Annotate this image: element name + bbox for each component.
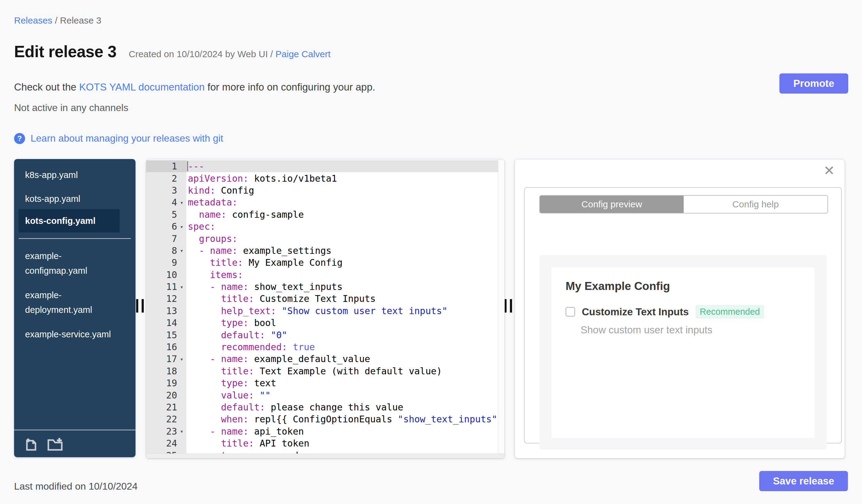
code-line-text: title: Customize Text Inputs — [186, 293, 505, 305]
code-line-text: - name: example_settings — [186, 245, 505, 256]
line-number: 8▾ — [146, 245, 186, 256]
editor-line: 24▾ title: API token — [146, 437, 505, 449]
yaml-code-editor[interactable]: 1▾---2▾apiVersion: kots.io/v1beta13▾kind… — [146, 159, 505, 459]
breadcrumb: Releases / Release 3 — [14, 15, 101, 26]
add-file-icon — [23, 436, 39, 452]
created-text: Created on 10/10/2024 by Web UI / Paige … — [129, 49, 331, 59]
channel-status: Not active in any channels — [14, 102, 129, 114]
tab-config-help[interactable]: Config help — [684, 196, 827, 213]
code-line-text: value: "" — [186, 389, 505, 401]
fold-arrow-icon[interactable]: ▾ — [177, 223, 186, 230]
code-line-text: kind: Config — [186, 184, 505, 196]
line-number: 19▾ — [146, 377, 186, 389]
line-number: 17▾ — [146, 353, 186, 365]
sidebar-divider — [19, 238, 131, 239]
editor-line: 7▾ groups: — [146, 233, 505, 244]
editor-line: 15▾ default: "0" — [146, 329, 505, 341]
fold-arrow-icon[interactable]: ▾ — [177, 247, 186, 254]
line-number: 1▾ — [146, 160, 186, 172]
line-number: 18▾ — [146, 365, 186, 377]
editor-line: 13▾ help_text: "Show custom user text in… — [146, 305, 505, 317]
code-line-text: - name: example_default_value — [186, 353, 505, 365]
config-item-label: Customize Text Inputs — [582, 306, 689, 318]
add-folder-button[interactable] — [47, 436, 64, 452]
code-line-text: metadata: — [186, 196, 505, 208]
line-number: 20▾ — [146, 389, 186, 401]
preview-panel: Config preview Config help My Example Co… — [524, 187, 842, 443]
line-number: 6▾ — [146, 221, 186, 233]
code-line-text: when: repl{{ ConfigOptionEquals "show_te… — [186, 413, 505, 425]
line-number: 21▾ — [146, 401, 186, 413]
editor-line: 21▾ default: please change this value — [146, 401, 505, 413]
file-tree-sidebar: k8s-app.yamlkots-app.yamlkots-config.yam… — [14, 159, 135, 457]
editor-line: 2▾apiVersion: kots.io/v1beta1 — [146, 172, 505, 184]
code-line-text: - name: api_token — [186, 425, 505, 437]
sidebar-item-k8s-app-yaml[interactable]: k8s-app.yaml — [14, 168, 120, 182]
line-number: 4▾ — [146, 196, 186, 208]
editor-line: 8▾ - name: example_settings — [146, 245, 505, 256]
line-number: 24▾ — [146, 437, 186, 449]
code-line-text: apiVersion: kots.io/v1beta1 — [186, 172, 505, 184]
line-number: 2▾ — [146, 172, 186, 184]
code-line-text: --- — [186, 160, 505, 172]
editor-line: 17▾ - name: example_default_value — [146, 353, 505, 365]
sidebar-item-kots-config-yaml[interactable]: kots-config.yaml — [19, 209, 120, 233]
sidebar-item-example-configmap-yaml[interactable]: example-configmap.yaml — [14, 249, 120, 278]
page-title: Edit release 3 — [14, 42, 117, 61]
breadcrumb-separator: / — [52, 15, 60, 25]
question-circle-icon: ? — [14, 133, 25, 144]
kots-docs-link[interactable]: KOTS YAML documentation — [79, 81, 205, 93]
tab-config-preview[interactable]: Config preview — [540, 196, 684, 213]
customize-text-inputs-checkbox[interactable] — [565, 307, 575, 317]
editor-line: 10▾ items: — [146, 269, 505, 281]
preview-config-card: My Example Config Customize Text Inputs … — [551, 268, 814, 438]
editor-vertical-scrollbar[interactable] — [498, 159, 505, 454]
promote-button[interactable]: Promote — [780, 74, 848, 94]
save-release-button[interactable]: Save release — [759, 471, 848, 491]
code-line-text: default: "0" — [186, 329, 505, 341]
created-prefix: Created on 10/10/2024 by Web UI / — [129, 49, 276, 59]
line-number: 9▾ — [146, 256, 186, 268]
sidebar-item-example-service-yaml[interactable]: example-service.yaml — [14, 327, 120, 342]
editor-line: 4▾metadata: — [146, 196, 505, 208]
config-item-row: Customize Text Inputs Recommended — [565, 305, 764, 319]
editor-line: 9▾ title: My Example Config — [146, 256, 505, 268]
line-number: 7▾ — [146, 233, 186, 244]
editor-line: 23▾ - name: api_token — [146, 425, 505, 437]
code-line-text: name: config-sample — [186, 209, 505, 221]
sidebar-item-kots-app-yaml[interactable]: kots-app.yaml — [14, 191, 120, 206]
editor-horizontal-scrollbar[interactable] — [146, 453, 505, 458]
breadcrumb-releases-link[interactable]: Releases — [14, 15, 52, 25]
add-file-button[interactable] — [23, 436, 39, 452]
editor-line: 22▾ when: repl{{ ConfigOptionEquals "sho… — [146, 413, 505, 425]
editor-line: 14▾ type: bool — [146, 317, 505, 329]
fold-arrow-icon[interactable]: ▾ — [177, 356, 186, 362]
add-folder-icon — [47, 436, 64, 452]
resize-handle-left[interactable] — [136, 299, 145, 313]
editor-line: 1▾--- — [146, 160, 505, 172]
editor-line: 19▾ type: text — [146, 377, 505, 389]
fold-arrow-icon[interactable]: ▾ — [177, 428, 186, 435]
git-releases-link[interactable]: Learn about managing your releases with … — [30, 133, 223, 144]
code-line-text: help_text: "Show custom user text inputs… — [186, 305, 505, 317]
close-icon[interactable]: ✕ — [822, 164, 837, 178]
fold-arrow-icon[interactable]: ▾ — [177, 199, 186, 206]
preview-tab-bar: Config preview Config help — [539, 195, 828, 213]
sidebar-item-example-deployment-yaml[interactable]: example-deployment.yaml — [14, 288, 120, 317]
fold-arrow-icon[interactable]: ▾ — [177, 283, 186, 290]
edit-release-page: Releases / Release 3 Edit release 3 Crea… — [0, 0, 862, 504]
resize-handle-right[interactable] — [505, 299, 513, 313]
code-line-text: type: bool — [186, 317, 505, 329]
code-line-text: groups: — [186, 233, 505, 244]
line-number: 23▾ — [146, 425, 186, 437]
line-number: 10▾ — [146, 269, 186, 281]
author-link[interactable]: Paige Calvert — [276, 49, 331, 59]
title-row: Edit release 3 Created on 10/10/2024 by … — [14, 42, 331, 61]
line-number: 12▾ — [146, 293, 186, 305]
intro-after: for more info on configuring your app. — [205, 81, 375, 93]
editor-line: 3▾kind: Config — [146, 184, 505, 196]
recommended-badge: Recommended — [696, 305, 765, 319]
editor-line: 16▾ recommended: true — [146, 341, 505, 353]
code-line-text: title: API token — [186, 437, 505, 449]
editor-line: 11▾ - name: show_text_inputs — [146, 281, 505, 293]
